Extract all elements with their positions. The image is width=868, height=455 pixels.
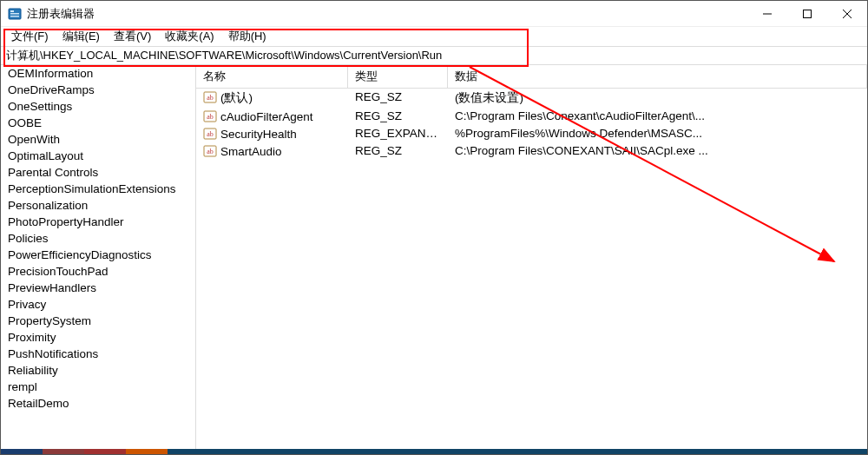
tree-item[interactable]: Parental Controls [1,164,195,181]
tree-item-label: Personalization [8,199,88,212]
tree-item[interactable]: PhotoPropertyHandler [1,214,195,230]
values-row[interactable]: abSecurityHealthREG_EXPAND_SZ%ProgramFil… [196,125,867,142]
value-data-cell: %ProgramFiles%\Windows Defender\MSASC... [448,125,867,142]
value-name-label: SecurityHealth [220,128,297,141]
tree-item[interactable]: PreviewHandlers [1,280,195,296]
tree-item-label: PreviewHandlers [8,281,96,294]
tree-item[interactable]: PushNotifications [1,346,195,362]
svg-text:ab: ab [207,94,214,102]
svg-text:ab: ab [207,113,214,121]
titlebar: 注册表编辑器 [1,1,867,27]
svg-text:ab: ab [207,148,214,155]
values-row[interactable]: abSmartAudioREG_SZC:\Program Files\CONEX… [196,142,867,160]
regedit-window: 注册表编辑器 文件(F) 编辑(E) 查看(V) 收藏夹(A) 帮助(H) OE… [0,0,868,455]
menu-favorites[interactable]: 收藏夹(A) [158,27,220,46]
tree-item-label: rempl [8,380,37,393]
body: OEMInformationOneDriveRampsOneSettingsOO… [1,65,867,454]
tree-item[interactable]: PrecisionTouchPad [1,263,195,280]
value-type-cell: REG_EXPAND_SZ [348,125,448,142]
svg-text:ab: ab [207,130,214,138]
value-type-cell: REG_SZ [348,108,448,125]
svg-rect-1 [10,10,14,12]
tree-item[interactable]: OneDriveRamps [1,82,195,98]
tree-item[interactable]: Proximity [1,329,195,346]
value-data-cell: (数值未设置) [448,89,867,108]
tree-item-label: PrecisionTouchPad [8,265,108,278]
minimize-button[interactable] [747,1,787,27]
tree-item-label: Proximity [8,331,56,344]
tree-item-label: Reliability [8,364,58,377]
value-type-cell: REG_SZ [348,142,448,160]
menubar: 文件(F) 编辑(E) 查看(V) 收藏夹(A) 帮助(H) [1,27,867,46]
value-name-label: cAudioFilterAgent [220,110,313,123]
values-header: 名称 类型 数据 [196,65,867,89]
tree-item-label: OneSettings [8,100,72,113]
value-name-cell: ab(默认) [196,89,348,108]
tree-pane[interactable]: OEMInformationOneDriveRampsOneSettingsOO… [1,65,196,454]
window-controls [747,1,867,27]
tree-item[interactable]: PerceptionSimulationExtensions [1,181,195,197]
window-title: 注册表编辑器 [27,6,95,22]
tree-item[interactable]: OneSettings [1,98,195,115]
tree-item-label: RetailDemo [8,397,69,410]
tree-item[interactable]: Personalization [1,197,195,214]
tree-item-label: OneDriveRamps [8,83,95,96]
tree-item-label: PushNotifications [8,347,98,360]
svg-rect-5 [804,10,812,18]
tree-item-label: PerceptionSimulationExtensions [8,182,176,195]
maximize-button[interactable] [787,1,827,27]
tree-item[interactable]: RetailDemo [1,395,195,412]
tree-item[interactable]: Privacy [1,296,195,313]
values-pane[interactable]: 名称 类型 数据 ab(默认)REG_SZ(数值未设置)abcAudioFilt… [196,65,867,454]
tree-item[interactable]: OEMInformation [1,65,195,82]
value-type-cell: REG_SZ [348,89,448,108]
tree-item[interactable]: PowerEfficiencyDiagnostics [1,247,195,263]
tree-item-label: Policies [8,232,49,245]
tree-item[interactable]: OptimalLayout [1,148,195,164]
value-name-cell: abSecurityHealth [196,125,348,142]
values-row[interactable]: ab(默认)REG_SZ(数值未设置) [196,89,867,108]
menu-view[interactable]: 查看(V) [107,27,158,46]
col-header-data[interactable]: 数据 [448,65,867,88]
tree-item[interactable]: rempl [1,379,195,395]
menu-file[interactable]: 文件(F) [4,27,56,46]
tree-item[interactable]: OpenWith [1,131,195,148]
tree-item-label: Privacy [8,298,46,311]
tree-item-label: OEMInformation [8,67,93,80]
value-data-cell: C:\Program Files\CONEXANT\SAII\SACpl.exe… [448,142,867,160]
tree-item-label: PropertySystem [8,314,91,327]
tree-item-label: PowerEfficiencyDiagnostics [8,248,152,261]
tree-item[interactable]: PropertySystem [1,313,195,329]
tree-item[interactable]: Policies [1,230,195,247]
menu-edit[interactable]: 编辑(E) [56,27,107,46]
tree-item-label: OptimalLayout [8,149,83,162]
tree-item[interactable]: OOBE [1,115,195,131]
address-bar [1,46,867,65]
value-data-cell: C:\Program Files\Conexant\cAudioFilterAg… [448,108,867,125]
value-name-cell: abSmartAudio [196,142,348,160]
reg-sz-icon: ab [203,144,217,158]
reg-sz-icon: ab [203,109,217,123]
taskbar-edge [1,449,867,454]
svg-rect-3 [10,16,19,17]
tree-item[interactable]: Reliability [1,362,195,379]
tree-item-label: Parental Controls [8,166,98,179]
app-icon [8,7,22,21]
tree-item-label: PhotoPropertyHandler [8,215,124,228]
col-header-name[interactable]: 名称 [196,65,348,88]
col-header-type[interactable]: 类型 [348,65,448,88]
value-name-label: SmartAudio [220,145,282,158]
menu-help[interactable]: 帮助(H) [221,27,273,46]
svg-rect-2 [10,13,19,15]
tree-item-label: OOBE [8,116,42,129]
value-name-label: (默认) [220,91,253,104]
close-button[interactable] [827,1,867,27]
value-name-cell: abcAudioFilterAgent [196,108,348,125]
values-row[interactable]: abcAudioFilterAgentREG_SZC:\Program File… [196,108,867,125]
tree-item-label: OpenWith [8,133,60,146]
reg-sz-icon: ab [203,90,217,104]
reg-sz-icon: ab [203,127,217,141]
address-input[interactable] [4,49,864,63]
